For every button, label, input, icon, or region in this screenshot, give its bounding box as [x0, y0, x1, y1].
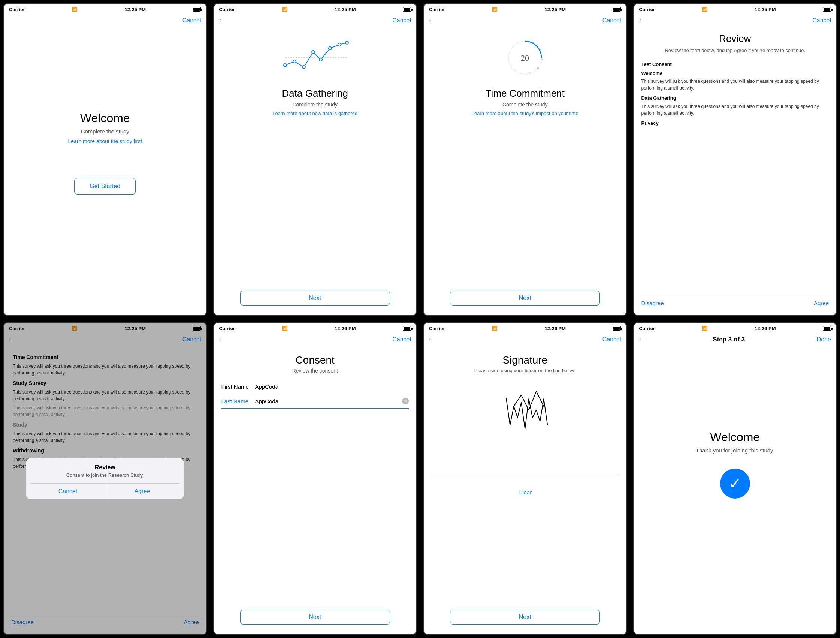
- chart-illustration: [221, 32, 409, 84]
- time-commitment-link[interactable]: Learn more about the study's impact on y…: [472, 111, 578, 116]
- status-bar-4: Carrier 📶 12:25 PM: [634, 4, 837, 14]
- back-button-3[interactable]: ‹: [429, 17, 431, 24]
- status-bar-8: Carrier 📶 12:26 PM: [634, 323, 837, 333]
- svg-point-12: [542, 59, 543, 60]
- back-button-7[interactable]: ‹: [429, 336, 431, 343]
- data-gathering-content: Data Gathering Complete the study Learn …: [214, 28, 417, 315]
- disagree-button-4[interactable]: Disagree: [641, 300, 664, 306]
- nav-bar-8: ‹ Step 3 of 3 Done: [634, 333, 837, 347]
- back-button-4[interactable]: ‹: [639, 17, 641, 24]
- carrier-7: Carrier: [429, 326, 445, 331]
- carrier-2: Carrier: [219, 7, 235, 13]
- welcome-subtitle: Complete the study: [81, 128, 129, 135]
- modal-cancel-button[interactable]: Cancel: [30, 484, 105, 499]
- time-6: 12:26 PM: [335, 326, 355, 331]
- signature-subtitle: Please sign using your finger on the lin…: [474, 368, 576, 374]
- consent-content: Consent Review the consent First Name Ap…: [214, 347, 417, 634]
- screen-review: Carrier 📶 12:25 PM ‹ Cancel Review Revie…: [633, 3, 837, 316]
- timer-illustration: 20: [431, 32, 619, 84]
- cancel-button-3[interactable]: Cancel: [602, 17, 621, 24]
- welcome-content: Welcome Complete the study Learn more ab…: [4, 28, 207, 315]
- next-button-7[interactable]: Next: [450, 610, 600, 624]
- screen-data-gathering: Carrier 📶 12:25 PM ‹ Cancel: [213, 3, 417, 316]
- complete-content: Welcome Thank you for joining this study…: [634, 347, 837, 634]
- svg-point-6: [328, 47, 332, 50]
- screen-time-commitment: Carrier 📶 12:25 PM ‹ Cancel: [423, 3, 627, 316]
- check-circle: ✓: [720, 469, 750, 499]
- section-welcome-heading: Welcome: [641, 70, 829, 77]
- status-bar-2: Carrier 📶 12:25 PM: [214, 4, 417, 14]
- firstname-value: AppCoda: [255, 383, 409, 390]
- svg-point-4: [312, 51, 315, 54]
- data-gathering-link[interactable]: Learn more about how data is gathered: [272, 111, 357, 116]
- battery-8: [823, 326, 831, 331]
- wifi-icon-2: 📶: [282, 7, 288, 12]
- lastname-row[interactable]: Last Name AppCoda ×: [221, 394, 409, 408]
- review-subtitle: Review the form below, and tap Agree if …: [641, 47, 829, 53]
- next-button-2[interactable]: Next: [240, 291, 390, 306]
- lastname-value[interactable]: AppCoda: [255, 398, 403, 404]
- wifi-icon-3: 📶: [492, 7, 497, 12]
- time-1: 12:25 PM: [125, 7, 146, 13]
- time-8: 12:26 PM: [755, 326, 775, 331]
- battery-7: [613, 326, 621, 331]
- nav-bar-4: ‹ Cancel: [634, 14, 837, 28]
- section-privacy-heading: Privacy: [641, 120, 829, 127]
- status-bar-6: Carrier 📶 12:26 PM: [214, 323, 417, 333]
- nav-bar-2: ‹ Cancel: [214, 14, 417, 28]
- status-bar-7: Carrier 📶 12:26 PM: [424, 323, 627, 333]
- review-title: Review: [641, 33, 829, 44]
- battery-4: [823, 7, 831, 12]
- cancel-button-1[interactable]: Cancel: [182, 17, 201, 24]
- svg-text:20: 20: [521, 53, 529, 63]
- check-icon: ✓: [729, 475, 742, 492]
- modal-buttons: Cancel Agree: [30, 483, 180, 499]
- clear-button[interactable]: Clear: [518, 489, 532, 496]
- back-button-6[interactable]: ‹: [219, 336, 221, 343]
- cancel-button-7[interactable]: Cancel: [602, 336, 621, 343]
- battery-3: [613, 7, 621, 12]
- nav-bar-1: Cancel: [4, 14, 207, 28]
- review-body: Test Consent Welcome This survey will as…: [641, 58, 829, 295]
- svg-point-10: [532, 42, 534, 44]
- signature-area[interactable]: [431, 376, 619, 488]
- firstname-row: First Name AppCoda: [221, 380, 409, 394]
- agree-button-4[interactable]: Agree: [814, 300, 829, 306]
- next-button-6[interactable]: Next: [240, 610, 390, 624]
- back-button-2[interactable]: ‹: [219, 17, 221, 24]
- status-bar-1: Carrier 📶 12:25 PM: [4, 4, 207, 14]
- complete-title: Welcome: [710, 430, 760, 444]
- nav-bar-6: ‹ Cancel: [214, 333, 417, 347]
- consent-title: Consent: [295, 354, 335, 366]
- section-test-consent: Test Consent: [641, 61, 829, 68]
- section-welcome-text: This survey will ask you three questions…: [641, 78, 829, 92]
- cancel-button-6[interactable]: Cancel: [392, 336, 411, 343]
- cancel-button-4[interactable]: Cancel: [812, 17, 831, 24]
- screen-time-detail: Carrier 📶 12:25 PM ‹ Cancel Time Commitm…: [3, 322, 207, 635]
- battery-6: [403, 326, 411, 331]
- screen-consent: Carrier 📶 12:26 PM ‹ Cancel Consent Revi…: [213, 322, 417, 635]
- signature-content: Signature Please sign using your finger …: [424, 347, 627, 634]
- time-commitment-content: 20 Time Commitment Complete the study Le…: [424, 28, 627, 315]
- screen-complete: Carrier 📶 12:26 PM ‹ Step 3 of 3 Done We…: [633, 322, 837, 635]
- learn-more-link[interactable]: Learn more about the study first: [68, 138, 142, 144]
- get-started-button[interactable]: Get Started: [74, 178, 136, 195]
- svg-point-3: [302, 66, 305, 69]
- line-chart: [278, 37, 352, 78]
- step-label: Step 3 of 3: [713, 336, 745, 344]
- back-button-8[interactable]: ‹: [639, 336, 641, 343]
- time-commitment-title: Time Commitment: [486, 88, 565, 99]
- modal-subtitle: Consent to join the Research Study.: [30, 472, 180, 478]
- done-button[interactable]: Done: [817, 336, 831, 343]
- svg-point-1: [284, 64, 287, 67]
- data-gathering-title: Data Gathering: [282, 88, 348, 99]
- clear-icon[interactable]: ×: [402, 398, 409, 404]
- screen-signature: Carrier 📶 12:26 PM ‹ Cancel Signature Pl…: [423, 322, 627, 635]
- time-commitment-sub: Complete the study: [502, 101, 548, 108]
- time-2: 12:25 PM: [335, 7, 355, 13]
- next-button-3[interactable]: Next: [450, 291, 600, 306]
- cancel-button-2[interactable]: Cancel: [392, 17, 411, 24]
- modal-overlay: Review Consent to join the Research Stud…: [4, 323, 207, 634]
- modal-agree-button[interactable]: Agree: [105, 484, 180, 499]
- svg-point-8: [346, 41, 349, 44]
